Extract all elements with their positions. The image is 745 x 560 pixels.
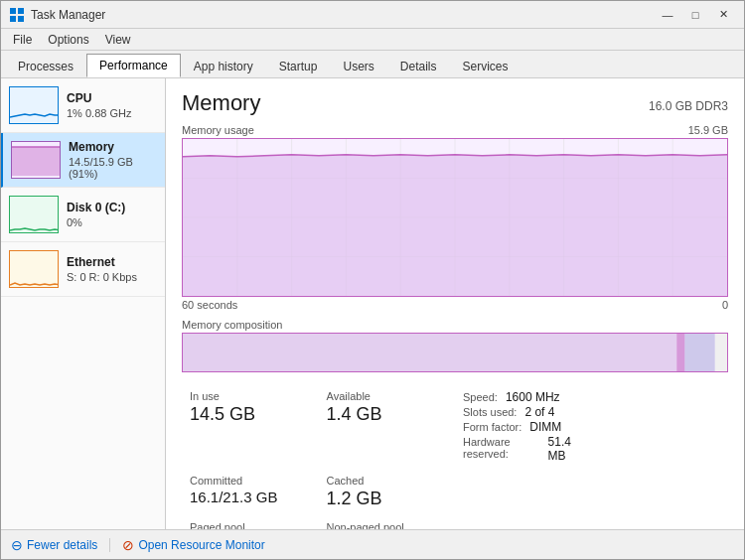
disk-mini-chart (9, 196, 59, 233)
non-paged-pool-label: Non-paged pool (327, 521, 448, 529)
window-controls: — □ ✕ (655, 5, 736, 25)
paged-pool-label: Paged pool (190, 521, 311, 529)
memory-spec: 16.0 GB DDR3 (649, 99, 728, 113)
ethernet-label: Ethernet (67, 255, 137, 269)
stats-grid-2: Committed 16.1/21.3 GB Cached 1.2 GB (182, 471, 728, 513)
memory-time-label: 60 seconds 0 (182, 299, 728, 311)
form-factor-label: Form factor: (463, 421, 522, 433)
tab-services[interactable]: Services (450, 54, 522, 77)
fewer-details-icon: ⊖ (11, 537, 23, 553)
tab-processes[interactable]: Processes (5, 54, 86, 77)
sidebar: CPU 1% 0.88 GHz Memory 14.5/15.9 GB (91%… (1, 78, 166, 529)
menu-view[interactable]: View (97, 31, 139, 49)
svg-rect-23 (676, 334, 684, 371)
stat-placeholder-3 (592, 471, 729, 513)
tab-users[interactable]: Users (330, 54, 386, 77)
tab-startup[interactable]: Startup (266, 54, 331, 77)
cpu-info: CPU 1% 0.88 GHz (67, 91, 131, 119)
minimize-button[interactable]: — (655, 5, 680, 25)
ethernet-mini-chart (9, 250, 59, 288)
maximize-button[interactable]: □ (682, 5, 708, 25)
stats-grid: In use 14.5 GB Available 1.4 GB Speed: 1… (182, 386, 728, 467)
stat-placeholder (592, 386, 729, 467)
main-content: CPU 1% 0.88 GHz Memory 14.5/15.9 GB (91%… (1, 78, 744, 529)
in-use-label: In use (190, 390, 311, 402)
sidebar-item-disk[interactable]: Disk 0 (C:) 0% (1, 188, 165, 242)
cached-label: Cached (327, 475, 448, 487)
app-icon (9, 7, 25, 23)
stat-non-paged: Non-paged pool 12.3 GB (319, 517, 456, 529)
memory-composition-section: Memory composition (182, 319, 728, 372)
committed-label: Committed (190, 475, 311, 487)
svg-rect-1 (18, 8, 24, 14)
memory-value: 14.5/15.9 GB (91%) (69, 156, 157, 180)
svg-rect-0 (10, 8, 16, 14)
slots-detail: Slots used: 2 of 4 (463, 405, 584, 420)
slots-label: Slots used: (463, 406, 517, 418)
memory-label: Memory (69, 140, 157, 154)
memory-mini-chart (11, 141, 61, 179)
disk-value: 0% (67, 216, 125, 228)
disk-label: Disk 0 (C:) (67, 201, 125, 214)
tab-details[interactable]: Details (387, 54, 450, 77)
stat-available: Available 1.4 GB (319, 386, 456, 467)
sidebar-item-ethernet[interactable]: Ethernet S: 0 R: 0 Kbps (1, 242, 165, 297)
sidebar-item-memory[interactable]: Memory 14.5/15.9 GB (91%) (1, 133, 165, 188)
open-resource-monitor-link[interactable]: ⊘ Open Resource Monitor (122, 537, 264, 553)
cached-value: 1.2 GB (327, 489, 448, 509)
svg-marker-6 (12, 147, 61, 176)
disk-info: Disk 0 (C:) 0% (67, 201, 125, 228)
memory-composition-chart (182, 333, 728, 372)
speed-detail: Speed: 1600 MHz (463, 390, 584, 405)
form-factor-detail: Form factor: DIMM (463, 420, 584, 435)
cpu-value: 1% 0.88 GHz (67, 107, 131, 119)
form-factor-value: DIMM (529, 420, 561, 434)
hw-reserved-value: 51.4 MB (548, 435, 584, 463)
svg-rect-2 (10, 16, 16, 22)
menu-bar: File Options View (1, 29, 744, 51)
memory-usage-label: Memory usage 15.9 GB (182, 124, 728, 136)
svg-rect-8 (10, 251, 59, 288)
ethernet-info: Ethernet S: 0 R: 0 Kbps (67, 255, 137, 283)
stats-grid-3: Paged pool 395 MB Non-paged pool 12.3 GB (182, 517, 728, 529)
stat-paged: Paged pool 395 MB (182, 517, 319, 529)
content-header: Memory 16.0 GB DDR3 (182, 90, 728, 116)
svg-marker-21 (183, 155, 727, 296)
menu-options[interactable]: Options (40, 31, 96, 49)
close-button[interactable]: ✕ (710, 5, 736, 25)
svg-rect-4 (10, 87, 59, 124)
hw-reserved-detail: Hardware reserved: 51.4 MB (463, 435, 584, 463)
tab-bar: Processes Performance App history Startu… (1, 51, 744, 78)
memory-usage-chart (182, 138, 728, 297)
committed-value: 16.1/21.3 GB (190, 489, 311, 505)
svg-rect-24 (684, 334, 714, 371)
memory-usage-section: Memory usage 15.9 GB (182, 124, 728, 313)
speed-label: Speed: (463, 391, 498, 403)
tab-performance[interactable]: Performance (86, 54, 181, 77)
svg-rect-3 (18, 16, 24, 22)
stat-cached: Cached 1.2 GB (319, 471, 456, 513)
cpu-label: CPU (67, 91, 131, 105)
memory-info: Memory 14.5/15.9 GB (91%) (69, 140, 157, 180)
memory-composition-label: Memory composition (182, 319, 728, 331)
svg-rect-25 (715, 334, 727, 371)
tab-app-history[interactable]: App history (181, 54, 266, 77)
menu-file[interactable]: File (5, 31, 40, 49)
task-manager-window: Task Manager — □ ✕ File Options View Pro… (0, 0, 745, 560)
stat-committed: Committed 16.1/21.3 GB (182, 471, 319, 513)
speed-value: 1600 MHz (506, 390, 560, 404)
available-label: Available (327, 390, 448, 402)
resource-monitor-icon: ⊘ (122, 537, 134, 553)
cpu-mini-chart (9, 86, 59, 124)
content-pane: Memory 16.0 GB DDR3 Memory usage 15.9 GB (166, 78, 744, 529)
stat-in-use: In use 14.5 GB (182, 386, 319, 467)
bottom-bar: ⊖ Fewer details ⊘ Open Resource Monitor (1, 529, 744, 559)
window-title: Task Manager (31, 8, 655, 22)
svg-rect-7 (10, 197, 59, 233)
sidebar-item-cpu[interactable]: CPU 1% 0.88 GHz (1, 78, 165, 133)
svg-rect-22 (183, 334, 676, 371)
bottom-separator (109, 538, 110, 552)
hw-reserved-label: Hardware reserved: (463, 436, 540, 460)
in-use-value: 14.5 GB (190, 404, 311, 425)
fewer-details-link[interactable]: ⊖ Fewer details (11, 537, 97, 553)
